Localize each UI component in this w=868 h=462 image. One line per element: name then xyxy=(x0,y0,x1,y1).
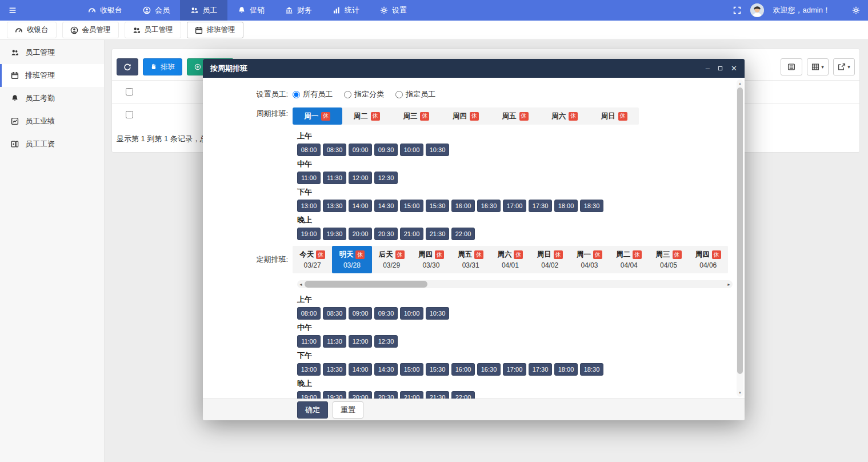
time-slot-button[interactable]: 20:00 xyxy=(349,391,372,399)
time-slot-button[interactable]: 08:30 xyxy=(323,144,346,156)
time-slot-button[interactable]: 17:30 xyxy=(529,363,552,376)
sidebar-item-performance[interactable]: 员工业绩 xyxy=(0,110,104,133)
close-icon[interactable]: ✕ xyxy=(731,65,737,72)
time-slot-button[interactable]: 09:30 xyxy=(374,307,398,320)
nav-item-promotion[interactable]: 促销 xyxy=(227,0,275,21)
avatar[interactable] xyxy=(750,3,764,17)
row-checkbox[interactable] xyxy=(126,111,133,118)
time-slot-button[interactable]: 13:00 xyxy=(297,363,321,376)
nav-item-staff[interactable]: 员工 xyxy=(180,0,227,21)
time-slot-button[interactable]: 14:00 xyxy=(349,363,372,376)
time-slot-button[interactable]: 11:30 xyxy=(323,172,346,184)
time-slot-button[interactable]: 11:00 xyxy=(297,335,321,348)
time-slot-button[interactable]: 12:00 xyxy=(349,172,372,184)
nav-item-member[interactable]: 会员 xyxy=(133,0,180,21)
confirm-button[interactable]: 确定 xyxy=(297,401,328,419)
time-slot-button[interactable]: 13:00 xyxy=(297,200,321,212)
time-slot-button[interactable]: 20:30 xyxy=(374,391,398,399)
date-tab-10[interactable]: 周四休04/06 xyxy=(689,246,728,273)
date-tab-8[interactable]: 周二休04/04 xyxy=(609,246,649,273)
time-slot-button[interactable]: 14:30 xyxy=(374,363,398,376)
time-slot-button[interactable]: 11:30 xyxy=(323,335,346,348)
time-slot-button[interactable]: 13:30 xyxy=(323,363,346,376)
week-tab-6[interactable]: 周日休 xyxy=(589,107,639,125)
maximize-icon[interactable] xyxy=(718,66,723,71)
time-slot-button[interactable]: 11:00 xyxy=(297,172,321,184)
scroll-left-icon[interactable]: ◄ xyxy=(297,280,305,288)
time-slot-button[interactable]: 16:30 xyxy=(477,200,501,212)
time-slot-button[interactable]: 14:30 xyxy=(374,200,398,212)
sidebar-item-wage[interactable]: 员工工资 xyxy=(0,133,104,156)
time-slot-button[interactable]: 17:30 xyxy=(529,200,552,212)
time-slot-button[interactable]: 18:30 xyxy=(580,363,603,376)
employee-option-0[interactable]: 所有员工 xyxy=(293,89,333,99)
vertical-scroll-thumb[interactable] xyxy=(737,87,743,374)
date-tab-3[interactable]: 周四休03/30 xyxy=(411,246,451,273)
sidebar-item-attendance[interactable]: 员工考勤 xyxy=(0,87,104,110)
menu-icon[interactable] xyxy=(0,6,25,14)
time-slot-button[interactable]: 21:00 xyxy=(400,228,423,240)
employee-option-2[interactable]: 指定员工 xyxy=(395,89,435,99)
week-tab-0[interactable]: 周一休 xyxy=(293,107,342,125)
week-tab-4[interactable]: 周五休 xyxy=(490,107,540,125)
week-tab-1[interactable]: 周二休 xyxy=(342,107,392,125)
cogs-icon[interactable] xyxy=(852,6,860,14)
sidebar-item-schedule-manage[interactable]: 排班管理 xyxy=(0,64,104,87)
date-tab-2[interactable]: 后天休03/29 xyxy=(372,246,411,273)
refresh-button[interactable] xyxy=(117,58,138,75)
time-slot-button[interactable]: 10:00 xyxy=(400,307,423,320)
time-slot-button[interactable]: 09:30 xyxy=(374,144,398,156)
time-slot-button[interactable]: 18:00 xyxy=(554,363,578,376)
minimize-icon[interactable]: – xyxy=(706,65,710,72)
tab-cashier[interactable]: 收银台 xyxy=(7,22,57,38)
time-slot-button[interactable]: 16:00 xyxy=(451,200,475,212)
reset-button[interactable]: 重置 xyxy=(333,401,363,419)
employee-radio[interactable] xyxy=(395,91,403,98)
time-slot-button[interactable]: 15:30 xyxy=(426,363,449,376)
time-slot-button[interactable]: 10:30 xyxy=(426,144,449,156)
employee-radio[interactable] xyxy=(293,91,300,98)
employee-option-1[interactable]: 指定分类 xyxy=(344,89,384,99)
date-tab-1[interactable]: 明天休03/28 xyxy=(332,246,371,273)
time-slot-button[interactable]: 08:00 xyxy=(297,144,321,156)
nav-item-stats[interactable]: 统计 xyxy=(322,0,370,21)
time-slot-button[interactable]: 20:00 xyxy=(349,228,372,240)
nav-item-settings[interactable]: 设置 xyxy=(370,0,417,21)
export-button[interactable]: ▾ xyxy=(833,58,855,75)
time-slot-button[interactable]: 14:00 xyxy=(349,200,372,212)
time-slot-button[interactable]: 22:00 xyxy=(451,228,475,240)
time-slot-button[interactable]: 12:30 xyxy=(374,172,398,184)
week-tab-3[interactable]: 周四休 xyxy=(441,107,491,125)
time-slot-button[interactable]: 19:00 xyxy=(297,391,321,399)
time-slot-button[interactable]: 12:00 xyxy=(349,335,372,348)
time-slot-button[interactable]: 21:30 xyxy=(426,391,449,399)
date-tab-6[interactable]: 周日休04/02 xyxy=(530,246,570,273)
date-tab-7[interactable]: 周一休04/03 xyxy=(570,246,609,273)
time-slot-button[interactable]: 13:30 xyxy=(323,200,346,212)
time-slot-button[interactable]: 18:30 xyxy=(580,200,603,212)
horizontal-scrollbar[interactable]: ◄ ► xyxy=(297,280,733,288)
tab-staff-manage[interactable]: 员工管理 xyxy=(125,22,181,38)
time-slot-button[interactable]: 21:30 xyxy=(426,228,449,240)
time-slot-button[interactable]: 10:30 xyxy=(426,307,449,320)
detail-view-button[interactable] xyxy=(781,58,802,75)
time-slot-button[interactable]: 08:30 xyxy=(323,307,346,320)
date-tab-9[interactable]: 周三休04/05 xyxy=(649,246,688,273)
time-slot-button[interactable]: 09:00 xyxy=(349,144,372,156)
time-slot-button[interactable]: 15:30 xyxy=(426,200,449,212)
columns-button[interactable]: ▾ xyxy=(807,58,829,75)
time-slot-button[interactable]: 19:30 xyxy=(323,228,346,240)
time-slot-button[interactable]: 15:00 xyxy=(400,363,423,376)
time-slot-button[interactable]: 18:00 xyxy=(554,200,578,212)
time-slot-button[interactable]: 21:00 xyxy=(400,391,423,399)
time-slot-button[interactable]: 17:00 xyxy=(503,200,526,212)
fullscreen-icon[interactable] xyxy=(733,6,741,14)
time-slot-button[interactable]: 10:00 xyxy=(400,144,423,156)
tab-schedule-manage[interactable]: 排班管理 xyxy=(187,22,243,38)
time-slot-button[interactable]: 15:00 xyxy=(400,200,423,212)
week-tab-5[interactable]: 周六休 xyxy=(540,107,590,125)
date-tab-0[interactable]: 今天休03/27 xyxy=(293,246,332,273)
time-slot-button[interactable]: 16:00 xyxy=(451,363,475,376)
time-slot-button[interactable]: 19:00 xyxy=(297,228,321,240)
time-slot-button[interactable]: 17:00 xyxy=(503,363,526,376)
